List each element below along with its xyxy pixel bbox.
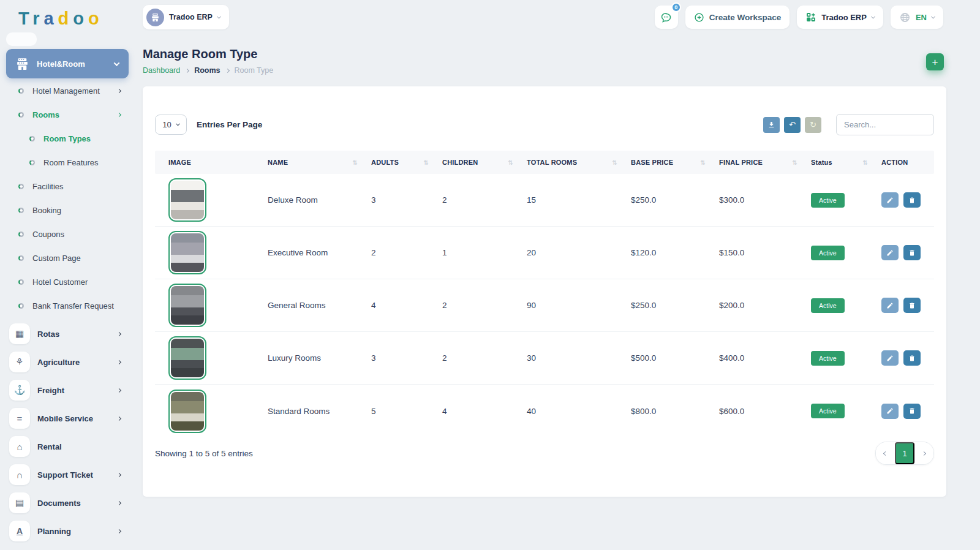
search-input[interactable] <box>836 114 934 135</box>
sidebar-item-room-features[interactable]: Room Features <box>0 151 138 175</box>
column-header-base-price[interactable]: BASE PRICE⇅ <box>631 159 719 166</box>
status-badge[interactable]: Active <box>811 298 845 313</box>
edit-button[interactable] <box>881 350 899 366</box>
delete-button[interactable] <box>903 350 921 366</box>
ship-icon: ⚓ <box>9 380 30 401</box>
pagination: 1 <box>875 442 934 465</box>
action-cell <box>881 350 934 366</box>
breadcrumb-separator-icon <box>225 68 229 72</box>
create-workspace-button[interactable]: Create Workspace <box>685 6 790 29</box>
children-count: 2 <box>442 301 527 310</box>
sidebar-item-hotel-management[interactable]: Hotel Management <box>0 79 138 103</box>
status-cell: Active <box>811 404 881 418</box>
column-header-children[interactable]: CHILDREN⇅ <box>442 159 527 166</box>
undo-button[interactable]: ↶ <box>784 117 801 133</box>
sidebar-item-bank-transfer-request[interactable]: Bank Transfer Request <box>0 294 138 318</box>
chevron-left-icon <box>883 451 888 455</box>
chevron-right-icon <box>117 416 121 420</box>
sidebar-item-room-types[interactable]: Room Types <box>0 127 138 151</box>
sidebar-group-agriculture[interactable]: ⚘Agriculture <box>0 348 138 376</box>
sidebar-group-label: Mobile Service <box>37 414 118 423</box>
delete-button[interactable] <box>903 245 921 260</box>
sidebar-item-hotel-customer[interactable]: Hotel Customer <box>0 270 138 294</box>
edit-pencil-icon <box>886 407 894 415</box>
breadcrumb-item-dashboard[interactable]: Dashboard <box>143 66 180 75</box>
column-header-label: Status <box>811 159 832 166</box>
add-room-type-button[interactable]: + <box>926 53 944 70</box>
status-badge[interactable]: Active <box>811 246 845 260</box>
status-cell: Active <box>811 351 881 366</box>
sidebar-group-planning[interactable]: APlanning <box>0 517 138 545</box>
edit-button[interactable] <box>881 192 899 208</box>
edit-pencil-icon <box>886 355 894 362</box>
action-cell <box>881 298 934 313</box>
grid-plus-icon <box>805 12 816 23</box>
pagination-page-1-button[interactable]: 1 <box>895 442 914 464</box>
column-header-name[interactable]: NAME⇅ <box>268 159 371 166</box>
refresh-button[interactable]: ↻ <box>805 117 821 133</box>
entries-per-page-select[interactable]: 10 <box>155 115 187 135</box>
final-price: $600.0 <box>719 407 811 416</box>
sidebar-group-rental[interactable]: ⌂Rental <box>0 432 138 461</box>
column-header-status[interactable]: Status⇅ <box>811 159 881 166</box>
column-header-label: BASE PRICE <box>631 159 673 166</box>
sidebar-group-documents[interactable]: ▤Documents <box>0 489 138 517</box>
sidebar-item-rooms[interactable]: Rooms <box>0 103 138 127</box>
logo-letter: T <box>18 9 32 28</box>
decorative-shape <box>6 32 37 46</box>
entries-per-page-label: Entries Per Page <box>197 120 262 129</box>
column-header-adults[interactable]: ADULTS⇅ <box>371 159 442 166</box>
logo-letter: r <box>32 9 43 28</box>
sidebar-item-label: Hotel Customer <box>32 277 121 287</box>
sidebar-item-coupons[interactable]: Coupons <box>0 222 138 246</box>
sidebar-group-support-ticket[interactable]: ∩Support Ticket <box>0 461 138 489</box>
pagination-prev-button[interactable] <box>876 442 895 464</box>
app-switcher-button[interactable]: Tradoo ERP <box>797 6 883 29</box>
bullet-icon <box>18 208 24 213</box>
download-icon <box>767 121 775 129</box>
headphones-icon: ∩ <box>9 464 30 485</box>
pagination-next-button[interactable] <box>914 442 933 464</box>
export-download-button[interactable] <box>763 117 780 133</box>
status-cell: Active <box>811 298 881 313</box>
chat-button[interactable]: 0 <box>655 6 678 29</box>
bullet-icon <box>18 184 24 189</box>
chevron-right-icon <box>117 500 121 505</box>
edit-button[interactable] <box>881 298 899 313</box>
status-badge[interactable]: Active <box>811 351 845 366</box>
chevron-down-icon <box>931 14 935 18</box>
edit-button[interactable] <box>881 404 899 419</box>
column-header-total-rooms[interactable]: TOTAL ROOMS⇅ <box>527 159 631 166</box>
page-title: Manage Room Type <box>143 47 946 61</box>
delete-button[interactable] <box>903 404 921 419</box>
sort-icon: ⇅ <box>792 159 797 166</box>
column-header-final-price[interactable]: FINAL PRICE⇅ <box>719 159 811 166</box>
sidebar-group-rotas[interactable]: ▦Rotas <box>0 320 138 348</box>
workspace-selector[interactable]: Tradoo ERP <box>143 5 229 29</box>
language-selector[interactable]: EN <box>891 6 943 29</box>
column-header-label: FINAL PRICE <box>719 159 763 166</box>
breadcrumb-item-rooms[interactable]: Rooms <box>194 66 220 75</box>
delete-button[interactable] <box>903 192 921 208</box>
chevron-right-icon <box>117 331 121 336</box>
delete-button[interactable] <box>903 298 921 313</box>
sidebar-group-freight[interactable]: ⚓Freight <box>0 376 138 404</box>
column-header-label: CHILDREN <box>442 159 478 166</box>
sort-icon: ⇅ <box>508 159 513 166</box>
sidebar-group-hotel-room[interactable]: Hotel&Room <box>6 49 129 78</box>
status-badge[interactable]: Active <box>811 404 845 418</box>
sidebar-group-label: Rotas <box>37 330 118 339</box>
column-header-label: TOTAL ROOMS <box>527 159 577 166</box>
chevron-right-icon <box>117 529 121 533</box>
sidebar-item-facilities[interactable]: Facilities <box>0 175 138 198</box>
edit-button[interactable] <box>881 245 899 260</box>
sidebar-item-custom-page[interactable]: Custom Page <box>0 246 138 270</box>
hotel-building-icon <box>15 56 30 72</box>
chevron-right-icon <box>117 113 121 117</box>
breadcrumb: DashboardRoomsRoom Type <box>143 66 946 75</box>
room-image-cell <box>155 178 268 222</box>
sidebar-item-booking[interactable]: Booking <box>0 198 138 222</box>
sidebar-group-mobile-service[interactable]: =Mobile Service <box>0 404 138 432</box>
room-image <box>171 233 204 272</box>
status-badge[interactable]: Active <box>811 193 845 208</box>
